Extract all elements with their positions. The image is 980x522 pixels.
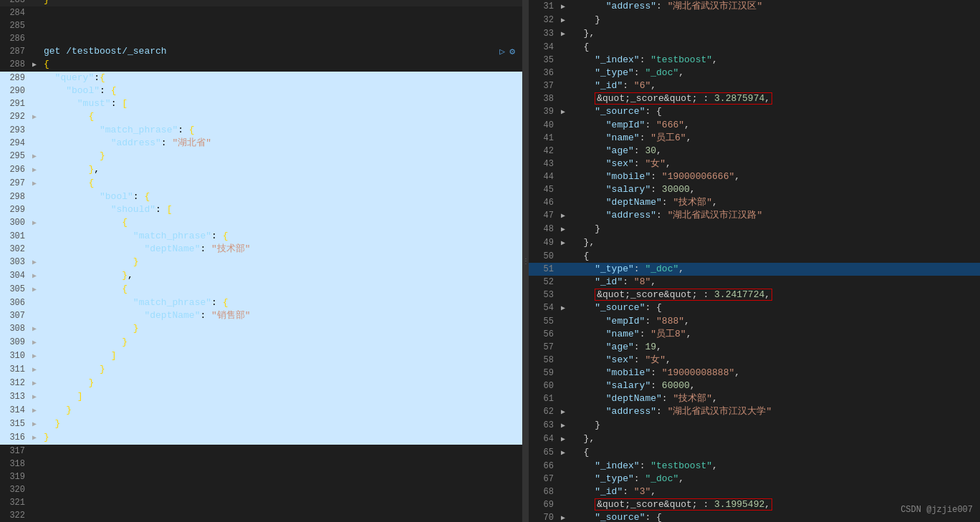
fold-arrow[interactable]: ▶ (561, 0, 571, 14)
fold-arrow[interactable] (561, 67, 571, 67)
fold-arrow[interactable] (561, 328, 571, 329)
fold-arrow[interactable]: ▶ (32, 322, 42, 336)
fold-arrow[interactable]: ▶ (32, 58, 42, 72)
fold-arrow[interactable] (561, 498, 571, 499)
fold-arrow[interactable] (561, 276, 571, 276)
fold-arrow[interactable]: ▶ (32, 216, 42, 230)
fold-arrow[interactable] (32, 124, 42, 125)
run-icon[interactable]: ▷ (499, 46, 505, 59)
fold-arrow[interactable]: ▶ (561, 446, 571, 460)
fold-arrow[interactable]: ▶ (561, 105, 571, 119)
line-number: 293 (0, 124, 32, 137)
fold-arrow[interactable] (32, 309, 42, 310)
fold-arrow[interactable]: ▶ (32, 404, 42, 417)
fold-arrow[interactable] (561, 170, 571, 171)
fold-arrow[interactable] (32, 483, 42, 484)
fold-arrow[interactable] (561, 119, 571, 120)
fold-arrow[interactable] (561, 145, 571, 145)
fold-arrow[interactable] (561, 250, 571, 251)
fold-arrow[interactable]: ▶ (561, 301, 571, 315)
fold-arrow[interactable] (32, 19, 42, 20)
panel-divider[interactable]: ⋮ (523, 0, 529, 522)
line-number: 322 (0, 509, 32, 522)
score-badge: &quot;_score&quot; : 3.2875974, (595, 92, 772, 105)
line-number: 46 (529, 196, 561, 209)
fold-arrow[interactable]: ▶ (32, 269, 42, 283)
fold-arrow[interactable]: ▶ (32, 283, 42, 296)
line-content: "_type": "_doc", (571, 67, 980, 79)
fold-arrow[interactable] (32, 496, 42, 497)
fold-arrow[interactable] (561, 460, 571, 460)
fold-arrow[interactable] (32, 84, 42, 85)
fold-arrow[interactable] (32, 45, 42, 46)
fold-arrow[interactable] (32, 243, 42, 243)
line-content: { (42, 283, 522, 296)
fold-arrow[interactable] (32, 97, 42, 98)
fold-arrow[interactable] (561, 341, 571, 342)
fold-arrow[interactable]: ▶ (32, 177, 42, 190)
fold-arrow[interactable] (561, 79, 571, 80)
fold-arrow[interactable] (561, 315, 571, 316)
right-line-57: 57 "age": 19, (529, 341, 980, 354)
right-code-area[interactable]: 31▶ "address": "湖北省武汉市江汉区"32▶ }33▶ },34 … (529, 0, 980, 522)
fold-arrow[interactable] (561, 132, 571, 132)
fold-arrow[interactable]: ▶ (561, 14, 571, 27)
fold-arrow[interactable]: ▶ (561, 432, 571, 446)
fold-arrow[interactable]: ▶ (32, 390, 42, 404)
fold-arrow[interactable]: ▶ (561, 419, 571, 432)
fold-arrow[interactable] (32, 458, 42, 458)
line-content: ] (42, 390, 522, 403)
left-line-321: 321 (0, 496, 522, 509)
fold-arrow[interactable]: ▶ (32, 431, 42, 445)
fold-arrow[interactable] (32, 445, 42, 445)
fold-arrow[interactable]: ▶ (32, 256, 42, 269)
fold-arrow[interactable] (561, 485, 571, 486)
settings-icon[interactable]: ⚙ (509, 46, 515, 59)
left-code-area[interactable]: 277▶ }278 ]279▶ }280▶ ]281▶ }282▶}283}28… (0, 0, 522, 522)
fold-arrow[interactable] (32, 296, 42, 297)
line-number: 299 (0, 203, 32, 216)
fold-arrow[interactable] (32, 509, 42, 510)
fold-arrow[interactable]: ▶ (32, 349, 42, 363)
fold-arrow[interactable] (32, 470, 42, 471)
fold-arrow[interactable]: ▶ (32, 377, 42, 390)
fold-arrow[interactable]: ▶ (32, 417, 42, 431)
fold-arrow[interactable]: ▶ (561, 223, 571, 236)
fold-arrow[interactable]: ▶ (32, 363, 42, 377)
fold-arrow[interactable] (561, 92, 571, 93)
fold-arrow[interactable]: ▶ (561, 405, 571, 419)
fold-arrow[interactable] (561, 196, 571, 197)
fold-arrow[interactable] (561, 183, 571, 184)
fold-arrow[interactable] (32, 203, 42, 204)
fold-arrow[interactable]: ▶ (561, 511, 571, 522)
left-line-288: 288▶{ (0, 58, 522, 72)
fold-arrow[interactable]: ▶ (561, 27, 571, 41)
fold-arrow[interactable] (32, 230, 42, 231)
fold-arrow[interactable]: ▶ (32, 163, 42, 177)
line-number: 321 (0, 496, 32, 509)
fold-arrow[interactable] (561, 41, 571, 42)
fold-arrow[interactable] (561, 289, 571, 289)
fold-arrow[interactable] (561, 380, 571, 380)
line-content: }, (571, 27, 980, 40)
fold-arrow[interactable] (32, 32, 42, 33)
fold-arrow[interactable] (32, 137, 42, 137)
fold-arrow[interactable] (561, 158, 571, 158)
line-content: } (42, 417, 522, 430)
fold-arrow[interactable] (561, 354, 571, 354)
fold-arrow[interactable]: ▶ (32, 150, 42, 163)
fold-arrow[interactable] (32, 190, 42, 191)
fold-arrow[interactable] (561, 367, 571, 367)
line-content: } (42, 0, 522, 6)
fold-arrow[interactable] (561, 473, 571, 473)
fold-arrow[interactable]: ▶ (32, 110, 42, 124)
fold-arrow[interactable] (32, 72, 42, 72)
fold-arrow[interactable] (561, 54, 571, 54)
fold-arrow[interactable] (561, 263, 571, 264)
right-line-47: 47▶ "address": "湖北省武汉市江汉路" (529, 209, 980, 223)
fold-arrow[interactable] (561, 392, 571, 393)
fold-arrow[interactable] (32, 6, 42, 7)
fold-arrow[interactable]: ▶ (561, 209, 571, 223)
fold-arrow[interactable]: ▶ (561, 236, 571, 250)
fold-arrow[interactable]: ▶ (32, 336, 42, 349)
